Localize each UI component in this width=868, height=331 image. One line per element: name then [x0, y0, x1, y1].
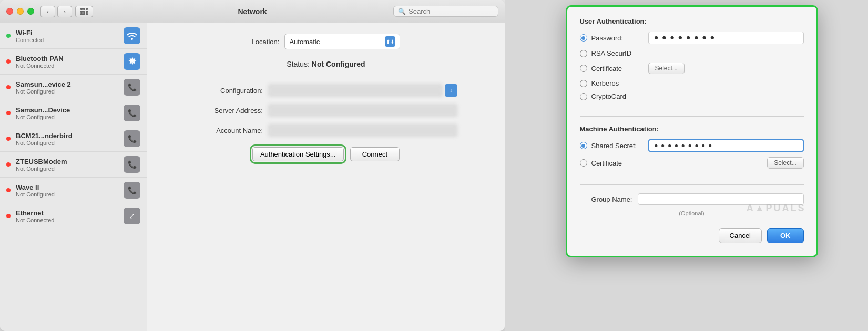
cryptocard-label: CryptoCard	[591, 92, 644, 100]
machine-cert-label: Certificate	[591, 159, 644, 167]
maximize-button[interactable]	[27, 8, 34, 15]
title-bar: ‹ › Network 🔍	[0, 0, 505, 23]
close-button[interactable]	[6, 8, 13, 15]
shared-secret-radio[interactable]	[580, 142, 587, 149]
status-dot-bluetooth	[6, 59, 11, 64]
divider2	[580, 184, 804, 185]
item-info-wifi: Wi-Fi Connected	[16, 29, 118, 43]
search-bar[interactable]: 🔍	[393, 6, 498, 17]
group-name-label: Group Name:	[580, 195, 632, 203]
sidebar-item-bcm[interactable]: BCM21...nderbird Not Configured 📞	[0, 126, 147, 152]
phone-icon-samsung: 📞	[124, 105, 140, 121]
auth-dialog: User Authentication: Password: •••••••• …	[566, 5, 818, 257]
status-dot-zte	[6, 162, 11, 167]
radio-dot-shared-secret	[581, 144, 585, 148]
ethernet-icon: ⤢	[124, 208, 140, 224]
forward-button[interactable]: ›	[57, 6, 72, 17]
network-window: ‹ › Network 🔍 Wi-Fi Connected	[0, 0, 505, 331]
password-radio-row: Password: ••••••••	[580, 32, 804, 44]
ok-button[interactable]: OK	[767, 228, 804, 243]
rsa-label: RSA SecurID	[591, 49, 644, 57]
sidebar-item-bluetooth[interactable]: Bluetooth PAN Not Connected ✵	[0, 49, 147, 75]
status-value: Not Configured	[312, 60, 365, 68]
window-title: Network	[238, 7, 267, 16]
nav-buttons: ‹ ›	[40, 6, 72, 17]
main-panel: Location: Automatic ⬆⬇ Status: Not Confi…	[147, 23, 505, 331]
config-row: Configuration: ↕	[195, 84, 457, 97]
item-status-wifi: Connected	[16, 37, 118, 43]
location-value: Automatic	[289, 38, 320, 46]
cert-radio[interactable]	[580, 65, 587, 72]
server-input[interactable]	[268, 104, 457, 117]
cert-label: Certificate	[591, 65, 644, 73]
sidebar-item-zte[interactable]: ZTEUSBModem Not Configured 📞	[0, 152, 147, 178]
user-auth-radio-group: Password: •••••••• RSA SecurID Certifica…	[580, 32, 804, 100]
shared-secret-value: •••••••••	[653, 140, 714, 151]
config-input[interactable]	[268, 84, 443, 97]
config-chevron-icon[interactable]: ↕	[445, 84, 457, 97]
item-status-zte: Not Configured	[16, 166, 118, 172]
chevron-icon: ⬆⬇	[385, 36, 395, 47]
machine-cert-radio-row: Certificate Select...	[580, 157, 804, 169]
content-area: Wi-Fi Connected Bluetooth PAN Not Connec…	[0, 23, 505, 331]
rsa-radio[interactable]	[580, 50, 587, 57]
machine-cert-radio[interactable]	[580, 159, 587, 167]
back-button[interactable]: ‹	[40, 6, 55, 17]
item-info-ethernet: Ethernet Not Connected	[16, 209, 118, 223]
right-background: User Authentication: Password: •••••••• …	[505, 0, 868, 331]
account-label: Account Name:	[195, 127, 263, 135]
radio-dot-password	[581, 36, 585, 40]
item-name-bluetooth: Bluetooth PAN	[16, 55, 118, 63]
auth-settings-button[interactable]: Authentication Settings...	[252, 147, 344, 161]
status-dot-samsung	[6, 111, 11, 115]
watermark: A▲PUALS	[747, 203, 806, 214]
status-dot-samsung2	[6, 85, 11, 89]
machine-auth-label: Machine Authentication:	[580, 125, 804, 133]
wifi-icon	[124, 27, 140, 44]
select-machine-cert-button[interactable]: Select...	[767, 157, 803, 169]
item-name-zte: ZTEUSBModem	[16, 158, 118, 166]
account-row: Account Name:	[195, 124, 457, 137]
item-info-samsung2: Samsun...evice 2 Not Configured	[16, 80, 118, 95]
minimize-button[interactable]	[17, 8, 24, 15]
sidebar-item-ethernet[interactable]: Ethernet Not Connected ⤢	[0, 203, 147, 229]
cancel-button[interactable]: Cancel	[719, 228, 762, 243]
server-label: Server Address:	[195, 107, 263, 115]
connect-button[interactable]: Connect	[350, 147, 400, 161]
select-cert-button[interactable]: Select...	[648, 63, 685, 74]
machine-auth-radio-group: Shared Secret: ••••••••• Certificate Sel…	[580, 139, 804, 169]
item-status-bluetooth: Not Connected	[16, 63, 118, 69]
status-dot-wave	[6, 188, 11, 192]
sidebar-item-wifi[interactable]: Wi-Fi Connected	[0, 23, 147, 49]
item-name-wave: Wave II	[16, 183, 118, 191]
user-auth-label: User Authentication:	[580, 17, 804, 25]
account-input[interactable]	[268, 124, 457, 137]
kerberos-radio[interactable]	[580, 80, 587, 87]
phone-icon-samsung2: 📞	[124, 79, 140, 96]
grid-button[interactable]	[75, 6, 93, 17]
shared-secret-field[interactable]: •••••••••	[648, 139, 804, 152]
sidebar-item-samsung2[interactable]: Samsun...evice 2 Not Configured 📞	[0, 75, 147, 100]
dialog-footer: Cancel OK	[580, 220, 804, 243]
item-info-bluetooth: Bluetooth PAN Not Connected	[16, 55, 118, 69]
config-label: Configuration:	[195, 87, 263, 95]
item-status-wave: Not Configured	[16, 191, 118, 198]
item-info-wave: Wave II Not Configured	[16, 183, 118, 198]
location-row: Location: Automatic ⬆⬇	[252, 34, 401, 49]
item-status-ethernet: Not Connected	[16, 217, 118, 223]
status-dot-wifi	[6, 34, 11, 38]
item-status-bcm: Not Configured	[16, 140, 118, 146]
status-label: Status:	[287, 60, 310, 68]
cryptocard-radio[interactable]	[580, 93, 587, 100]
item-info-zte: ZTEUSBModem Not Configured	[16, 158, 118, 172]
sidebar: Wi-Fi Connected Bluetooth PAN Not Connec…	[0, 23, 147, 331]
item-name-ethernet: Ethernet	[16, 209, 118, 217]
password-radio[interactable]	[580, 34, 587, 42]
sidebar-item-wave[interactable]: Wave II Not Configured 📞	[0, 178, 147, 203]
search-input[interactable]	[409, 7, 494, 15]
sidebar-item-samsung[interactable]: Samsun...Device Not Configured 📞	[0, 100, 147, 126]
item-info-samsung: Samsun...Device Not Configured	[16, 106, 118, 120]
password-field[interactable]: ••••••••	[648, 32, 804, 44]
phone-icon-bcm: 📞	[124, 130, 140, 147]
location-select[interactable]: Automatic ⬆⬇	[284, 34, 400, 49]
